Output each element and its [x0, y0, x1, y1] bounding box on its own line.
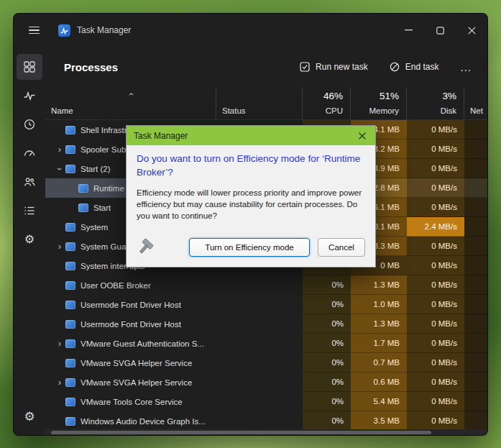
sidebar-item-startup-apps[interactable] [17, 140, 42, 166]
dialog-close-button[interactable] [349, 126, 375, 145]
minimize-icon[interactable] [392, 14, 424, 47]
dialog-heading: Do you want to turn on Efficiency mode f… [137, 152, 361, 180]
sidebar-item-app-history[interactable] [17, 111, 42, 137]
memory-cell: 1.3 MB [351, 275, 407, 295]
process-name: Usermode Font Driver Host [81, 301, 181, 309]
expander-icon[interactable] [54, 378, 65, 388]
cpu-cell: 0% [303, 275, 351, 295]
sidebar-item-services[interactable]: ⚙ [17, 227, 42, 252]
column-header-memory[interactable]: 51% Memory [351, 87, 407, 119]
sidebar-item-users[interactable] [17, 169, 42, 195]
disk-cell: 0 MB/s [407, 353, 464, 372]
process-name-cell: Usermode Font Driver Host [45, 295, 216, 314]
process-icon [65, 301, 75, 309]
sidebar-item-details[interactable] [17, 198, 42, 224]
table-row[interactable]: VMware Tools Core Service 0% 5.4 MB 0 MB… [45, 392, 487, 411]
horizontal-scrollbar[interactable] [45, 429, 487, 435]
process-icon [65, 339, 75, 348]
close-icon[interactable] [456, 14, 487, 47]
end-task-button[interactable]: End task [382, 57, 446, 77]
sidebar-item-processes[interactable] [17, 54, 42, 80]
app-logo-icon [58, 24, 70, 37]
expander-icon[interactable] [54, 145, 65, 155]
table-header: › Name Status 46% CPU 51% Memory [45, 87, 487, 120]
process-name-cell: User OOBE Broker [45, 275, 216, 295]
memory-cell: 5.4 MB [351, 392, 407, 411]
dialog-titlebar: Task Manager [127, 126, 375, 145]
window-titlebar: Task Manager [14, 14, 487, 47]
more-options-button[interactable]: ... [453, 58, 479, 76]
run-new-task-icon [300, 62, 310, 72]
table-row[interactable]: Usermode Font Driver Host 0% 1.0 MB 0 MB… [45, 295, 487, 314]
table-row[interactable]: Usermode Font Driver Host 0% 1.3 MB 0 MB… [45, 314, 487, 334]
page-toolbar: Processes Run new task End task ... [45, 47, 487, 87]
table-row[interactable]: User OOBE Broker 0% 1.3 MB 0 MB/s [45, 275, 487, 295]
process-name-cell: VMware SVGA Helper Service [45, 353, 216, 372]
process-icon [78, 184, 88, 193]
status-cell [216, 372, 303, 392]
memory-total-percent: 51% [380, 91, 399, 101]
process-icon [65, 145, 75, 154]
disk-cell: 0 MB/s [407, 314, 464, 334]
close-icon [359, 132, 366, 140]
status-cell [216, 314, 303, 334]
process-icon [65, 281, 75, 290]
process-icon [65, 320, 75, 329]
sort-ascending-icon: › [126, 93, 136, 96]
disk-cell: 0 MB/s [407, 120, 464, 140]
table-row[interactable]: Windows Audio Device Graph Is... 0% 3.5 … [45, 411, 487, 431]
network-cell [464, 178, 487, 198]
disk-cell: 2.4 MB/s [407, 217, 464, 237]
process-name: VMware Tools Core Service [81, 398, 183, 406]
services-icon: ⚙ [24, 234, 35, 245]
process-icon [65, 378, 75, 387]
settings-icon: ⚙ [24, 409, 35, 424]
table-row[interactable]: VMware SVGA Helper Service 0% 0.7 MB 0 M… [45, 353, 487, 372]
menu-icon[interactable] [19, 18, 48, 42]
cancel-button[interactable]: Cancel [318, 238, 365, 257]
column-header-name[interactable]: › Name [45, 87, 216, 119]
dialog-message: Efficiency mode will lower process prior… [137, 187, 365, 221]
maximize-icon[interactable] [424, 14, 456, 47]
network-cell [464, 120, 487, 140]
process-icon [65, 126, 75, 134]
window-title: Task Manager [77, 25, 131, 35]
disk-cell: 0 MB/s [407, 159, 464, 178]
column-header-disk[interactable]: 3% Disk [407, 87, 464, 119]
dialog-title: Task Manager [134, 131, 188, 141]
expander-icon[interactable] [54, 164, 65, 174]
disk-total-percent: 3% [442, 91, 456, 101]
window-controls [392, 14, 487, 47]
process-name-cell: Windows Audio Device Graph Is... [45, 411, 216, 431]
process-name-cell: VMware Guest Authentication S... [45, 334, 216, 353]
run-new-task-label: Run new task [316, 62, 368, 72]
column-header-network[interactable]: Net [464, 87, 487, 119]
disk-cell: 0 MB/s [407, 392, 464, 411]
users-icon [23, 175, 36, 188]
network-cell [464, 275, 487, 295]
turn-on-efficiency-mode-button[interactable]: Turn on Efficiency mode [189, 238, 310, 257]
details-icon [23, 204, 36, 217]
sidebar-item-performance[interactable] [17, 83, 42, 109]
cpu-total-percent: 46% [323, 91, 343, 101]
table-row[interactable]: VMware Guest Authentication S... 0% 1.7 … [45, 334, 487, 353]
table-row[interactable]: VMware SVGA Helper Service 0% 0.6 MB 0 M… [45, 372, 487, 392]
expander-icon[interactable] [54, 242, 65, 252]
network-cell [464, 198, 487, 217]
memory-cell: 0.7 MB [351, 353, 407, 372]
disk-cell: 0 MB/s [407, 256, 464, 275]
disk-cell: 0 MB/s [407, 275, 464, 295]
network-cell [464, 237, 487, 256]
end-task-icon [390, 62, 400, 72]
scrollbar-thumb[interactable] [51, 431, 431, 434]
network-cell [464, 314, 487, 334]
column-header-status[interactable]: Status [216, 87, 303, 119]
memory-cell: 3.5 MB [351, 411, 407, 431]
run-new-task-button[interactable]: Run new task [293, 57, 375, 77]
settings-button[interactable]: ⚙ [17, 403, 42, 429]
expander-icon[interactable] [54, 339, 65, 349]
network-cell [464, 353, 487, 372]
dialog-buttons: Turn on Efficiency mode Cancel [189, 238, 365, 257]
column-header-cpu[interactable]: 46% CPU [303, 87, 351, 119]
cpu-cell: 0% [303, 314, 351, 334]
